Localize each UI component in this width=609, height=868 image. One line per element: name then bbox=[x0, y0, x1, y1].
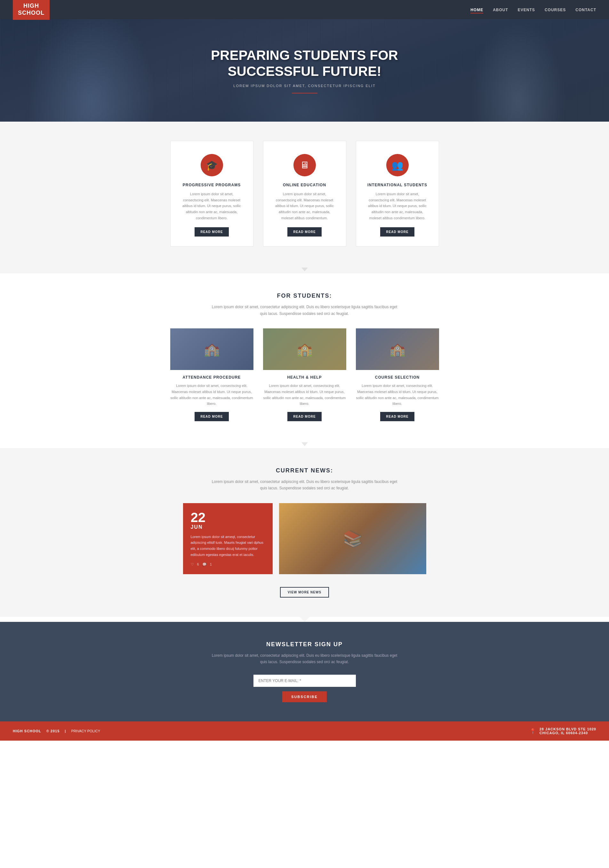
footer-right: 📍 28 JACKSON BLVD STE 1020 CHICAGO, IL 6… bbox=[530, 727, 596, 735]
hero-section: PREPARING STUDENTS FOR SUCCESSFUL FUTURE… bbox=[0, 19, 609, 122]
international-students-read-more-button[interactable]: READ MORE bbox=[380, 227, 414, 237]
attendance-read-more-button[interactable]: READ MORE bbox=[195, 412, 228, 421]
svg-marker-0 bbox=[301, 268, 308, 271]
footer-year: © 2015 bbox=[46, 729, 60, 733]
international-students-desc: Lorem ipsum dolor sit amet, consectscing… bbox=[366, 191, 429, 221]
students-section: FOR STUDENTS: Lorem ipsum dolor sit amet… bbox=[0, 273, 609, 440]
nav-link-courses[interactable]: COURSES bbox=[545, 8, 566, 12]
hero-divider bbox=[292, 93, 318, 93]
navbar: HIGH SCHOOL HOMEABOUTEVENTSCOURSESCONTAC… bbox=[0, 0, 609, 19]
divider-arrow-2 bbox=[0, 440, 609, 448]
student-card-attendance: 🏫 ATTENDANCE PROCEDURE Lorem ipsum dolor… bbox=[170, 329, 253, 421]
feature-card-international-students: 👥 INTERNATIONAL STUDENTS Lorem ipsum dol… bbox=[356, 141, 439, 246]
logo-line2: SCHOOL bbox=[18, 9, 45, 17]
health-read-more-button[interactable]: READ MORE bbox=[287, 412, 321, 421]
location-icon: 📍 bbox=[530, 728, 536, 734]
nav-link-events[interactable]: EVENTS bbox=[518, 8, 535, 12]
hero-subtext: LOREM IPSUM DOLOR SIT AMET, CONSECTETUR … bbox=[193, 84, 417, 88]
like-icon: ♡ bbox=[191, 562, 194, 566]
course-selection-title: COURSE SELECTION bbox=[356, 375, 439, 380]
online-education-read-more-button[interactable]: READ MORE bbox=[287, 227, 321, 237]
news-image: 📚 bbox=[279, 503, 426, 574]
nav-link-home[interactable]: HOME bbox=[470, 8, 483, 14]
footer-brand: HIGH SCHOOL bbox=[13, 729, 41, 733]
newsletter-heading: NEWSLETTER SIGN UP bbox=[13, 641, 596, 648]
nav-link-about[interactable]: ABOUT bbox=[493, 8, 508, 12]
view-more-news-button[interactable]: VIEW MORE NEWS bbox=[280, 587, 329, 598]
international-students-title: INTERNATIONAL STUDENTS bbox=[366, 183, 429, 187]
feature-card-online-education: 🖥 ONLINE EDUCATION Lorem ipsum dolor sit… bbox=[263, 141, 346, 246]
news-likes: 6 bbox=[197, 562, 199, 566]
health-title: HEALTH & HELP bbox=[263, 375, 346, 380]
features-section: 🎓 PROGRESSIVE PROGRAMS Lorem ipsum dolor… bbox=[0, 122, 609, 266]
progressive-programs-desc: Lorem ipsum dolor sit amet, consectscing… bbox=[180, 191, 243, 221]
news-section: CURRENT NEWS: Lorem ipsum dolor sit amet… bbox=[0, 448, 609, 617]
logo[interactable]: HIGH SCHOOL bbox=[13, 0, 50, 20]
course-selection-image: 🏫 bbox=[356, 329, 439, 370]
course-selection-read-more-button[interactable]: READ MORE bbox=[380, 412, 414, 421]
footer-address-line1: 28 JACKSON BLVD STE 1020 bbox=[539, 727, 596, 731]
hero-heading: PREPARING STUDENTS FOR SUCCESSFUL FUTURE… bbox=[193, 47, 417, 80]
progressive-programs-icon: 🎓 bbox=[201, 154, 223, 176]
news-comments: 1 bbox=[210, 562, 212, 566]
news-meta: ♡ 6 💬 1 bbox=[191, 562, 265, 566]
health-image: 🏫 bbox=[263, 329, 346, 370]
online-education-icon: 🖥 bbox=[293, 154, 316, 176]
library-icon: 📚 bbox=[343, 529, 363, 548]
attendance-image: 🏫 bbox=[170, 329, 253, 370]
news-container: 22 JUN Lorem ipsum dolor sit ameqt, cons… bbox=[183, 503, 426, 574]
footer-address-line2: CHICAGO, IL 60604-2340 bbox=[539, 731, 596, 735]
progressive-programs-title: PROGRESSIVE PROGRAMS bbox=[180, 183, 243, 187]
attendance-title: ATTENDANCE PROCEDURE bbox=[170, 375, 253, 380]
feature-card-progressive-programs: 🎓 PROGRESSIVE PROGRAMS Lorem ipsum dolor… bbox=[170, 141, 253, 246]
health-desc: Lorem ipsum dolor sit amet, consectscing… bbox=[263, 383, 346, 407]
students-heading: FOR STUDENTS: bbox=[13, 293, 596, 299]
footer: HIGH SCHOOL © 2015 | PRIVACY POLICY 📍 28… bbox=[0, 721, 609, 741]
news-day: 22 bbox=[191, 511, 265, 524]
nav-links: HOMEABOUTEVENTSCOURSESCONTACT bbox=[470, 7, 596, 12]
student-card-health: 🏫 HEALTH & HELP Lorem ipsum dolor sit am… bbox=[263, 329, 346, 421]
newsletter-arrow bbox=[299, 617, 310, 622]
newsletter-form: SUBSCRIBE bbox=[13, 675, 596, 702]
comment-icon: 💬 bbox=[202, 562, 207, 566]
news-text: Lorem ipsum dolor sit ameqt, consectetur… bbox=[191, 534, 265, 558]
online-education-desc: Lorem ipsum dolor sit amet, consectscing… bbox=[273, 191, 336, 221]
progressive-programs-read-more-button[interactable]: READ MORE bbox=[195, 227, 228, 237]
international-students-icon: 👥 bbox=[386, 154, 409, 176]
attendance-desc: Lorem ipsum dolor sit amet, consectscing… bbox=[170, 383, 253, 407]
svg-marker-1 bbox=[301, 442, 308, 446]
privacy-policy-link[interactable]: PRIVACY POLICY bbox=[71, 729, 100, 733]
students-desc: Lorem ipsum dolor sit amet, consectetur … bbox=[209, 304, 401, 317]
news-heading: CURRENT NEWS: bbox=[13, 467, 596, 474]
newsletter-desc: Lorem ipsum dolor sit amet, consectetur … bbox=[209, 652, 401, 665]
news-desc: Lorem ipsum dolor sit amet, consectetur … bbox=[209, 479, 401, 491]
subscribe-button[interactable]: SUBSCRIBE bbox=[282, 691, 327, 702]
email-input[interactable] bbox=[253, 675, 356, 687]
students-grid: 🏫 ATTENDANCE PROCEDURE Lorem ipsum dolor… bbox=[13, 329, 596, 421]
footer-left: HIGH SCHOOL © 2015 | PRIVACY POLICY bbox=[13, 729, 100, 733]
course-selection-desc: Lorem ipsum dolor sit amet, consectscing… bbox=[356, 383, 439, 407]
news-article: 22 JUN Lorem ipsum dolor sit ameqt, cons… bbox=[183, 503, 273, 574]
divider-arrow bbox=[0, 266, 609, 273]
news-month: JUN bbox=[191, 524, 265, 530]
logo-line1: HIGH bbox=[18, 3, 45, 9]
online-education-title: ONLINE EDUCATION bbox=[273, 183, 336, 187]
footer-separator: | bbox=[65, 729, 66, 733]
nav-link-contact[interactable]: CONTACT bbox=[575, 8, 596, 12]
student-card-course-selection: 🏫 COURSE SELECTION Lorem ipsum dolor sit… bbox=[356, 329, 439, 421]
footer-address: 28 JACKSON BLVD STE 1020 CHICAGO, IL 606… bbox=[539, 727, 596, 735]
newsletter-section: NEWSLETTER SIGN UP Lorem ipsum dolor sit… bbox=[0, 622, 609, 722]
